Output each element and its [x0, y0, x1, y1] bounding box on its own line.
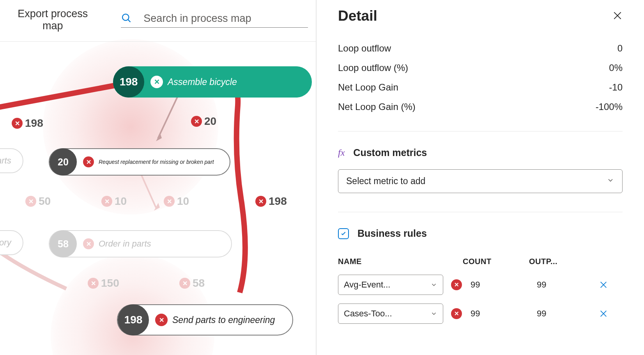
node-label: Request replacement for missing or broke… [99, 159, 218, 165]
node-count: 58 [50, 230, 77, 257]
business-rule-row: Avg-Event... ✕ 99 99 [338, 275, 623, 295]
close-circle-icon: ✕ [155, 314, 168, 326]
edge-label: ✕ 20 [191, 115, 216, 128]
node-label: Send parts to engineering [172, 315, 281, 325]
business-rules-title: Business rules [357, 228, 427, 239]
rule-name-dropdown[interactable]: Cases-Too... [338, 304, 443, 324]
node-count: 20 [50, 148, 77, 176]
detail-row: Net Loop Gain (%) -100% [338, 101, 623, 112]
rules-icon [338, 228, 349, 239]
fx-icon: fx [338, 147, 345, 158]
node-count: 198 [113, 66, 144, 98]
node-label: tory [0, 238, 11, 248]
close-circle-icon: ✕ [164, 196, 175, 207]
rule-count: 99 [471, 309, 529, 319]
close-circle-icon: ✕ [12, 118, 23, 129]
clear-rule-button[interactable] [599, 309, 623, 318]
node-label: Order in parts [99, 239, 151, 249]
chevron-down-icon [430, 281, 437, 288]
edge-label: ✕ 150 [88, 277, 119, 289]
close-circle-icon: ✕ [88, 278, 99, 289]
detail-row: Net Loop Gain -10 [338, 82, 623, 93]
close-circle-icon: ✕ [101, 196, 112, 207]
close-circle-icon: ✕ [25, 196, 36, 207]
edge-label: ✕ 198 [255, 195, 287, 208]
chevron-down-icon [430, 310, 437, 317]
business-rule-row: Cases-Too... ✕ 99 99 [338, 304, 623, 324]
svg-line-1 [128, 20, 131, 22]
detail-title: Detail [338, 8, 377, 24]
search-icon [121, 12, 132, 25]
node-label: arts [0, 156, 11, 166]
edge-label: ✕ 50 [25, 195, 51, 208]
edge-label: ✕ 10 [164, 195, 189, 208]
node-order-parts[interactable]: 58 ✕ Order in parts [49, 230, 232, 257]
node-send-parts[interactable]: 198 ✕ Send parts to engineering [117, 304, 293, 335]
custom-metrics-title: Custom metrics [353, 147, 427, 158]
detail-row: Loop outflow (%) 0% [338, 62, 623, 73]
rule-count: 99 [471, 280, 529, 290]
detail-row: Loop outflow 0 [338, 43, 623, 54]
close-circle-icon: ✕ [191, 116, 202, 127]
export-button[interactable]: Export process map [8, 8, 97, 32]
metric-dropdown[interactable]: Select metric to add [338, 169, 623, 193]
node-count: 198 [118, 304, 149, 335]
edge-label: ✕ 58 [179, 277, 205, 289]
clear-rule-button[interactable] [599, 280, 623, 289]
rule-name-dropdown[interactable]: Avg-Event... [338, 275, 443, 295]
close-circle-icon: ✕ [255, 196, 266, 207]
node-label: Assemble bicycle [168, 77, 237, 87]
delete-rule-button[interactable]: ✕ [451, 308, 462, 319]
close-circle-icon: ✕ [83, 156, 94, 167]
chevron-down-icon [607, 176, 614, 186]
close-circle-icon: ✕ [83, 238, 94, 249]
edge-label: ✕ 10 [101, 195, 127, 208]
svg-point-0 [122, 14, 129, 20]
node-partial-arts[interactable]: arts [0, 148, 23, 173]
node-partial-tory[interactable]: tory [0, 230, 23, 255]
node-assemble-bicycle[interactable]: 198 ✕ Assemble bicycle [113, 66, 312, 98]
edge-label: ✕ 198 [12, 117, 43, 130]
col-name: NAME [338, 257, 455, 266]
col-output: OUTP... [529, 257, 584, 266]
close-button[interactable] [612, 11, 623, 22]
node-request-replacement[interactable]: 20 ✕ Request replacement for missing or … [49, 148, 230, 176]
close-circle-icon: ✕ [150, 76, 163, 88]
close-circle-icon: ✕ [179, 278, 190, 289]
rule-output: 99 [537, 280, 591, 290]
delete-rule-button[interactable]: ✕ [451, 279, 462, 290]
search-wrap[interactable] [121, 12, 308, 28]
search-input[interactable] [143, 12, 308, 25]
rule-output: 99 [537, 309, 591, 319]
col-count: COUNT [463, 257, 521, 266]
